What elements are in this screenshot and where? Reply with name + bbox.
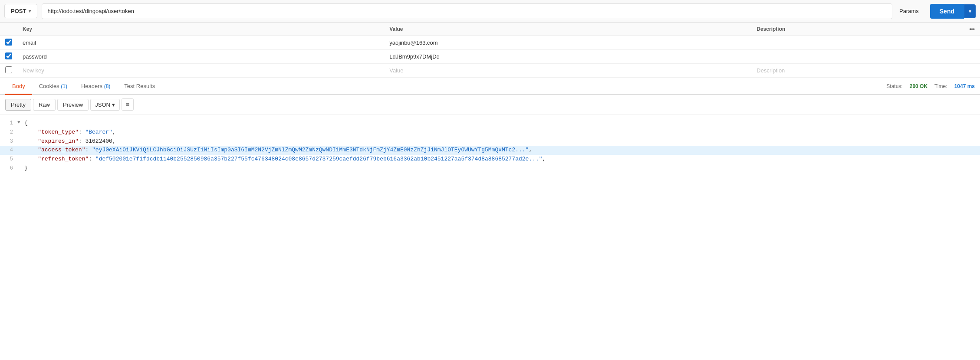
tab-headers[interactable]: Headers (8) — [74, 79, 117, 95]
time-label: Time: — [934, 83, 947, 89]
col-add: ••• — [964, 23, 980, 36]
row1-description — [751, 36, 964, 50]
new-row-checkbox[interactable] — [5, 66, 12, 73]
line-toggle-3 — [17, 137, 24, 145]
new-key-placeholder: New key — [23, 67, 44, 74]
line-content-1: { — [24, 119, 980, 128]
status-value: 200 OK — [910, 83, 927, 89]
new-value-placeholder: Value — [389, 67, 403, 74]
line-content-2: "token_type": "Bearer", — [24, 128, 980, 137]
send-group: Send ▾ — [930, 4, 976, 19]
send-dropdown-button[interactable]: ▾ — [964, 4, 976, 18]
line-content-4: "access_token": "eyJ0eXAiOiJKV1QiLCJhbGc… — [24, 146, 980, 155]
row2-value: LdJBm9p9x7DMjDc — [384, 50, 751, 64]
new-row-key-cell: New key — [17, 64, 384, 78]
row1-extra — [964, 36, 980, 50]
top-bar: POST ▾ Params Send ▾ — [0, 0, 980, 23]
code-area: 1 ▼ { 2 "token_type": "Bearer", 3 "expir… — [0, 115, 980, 177]
line-num-3: 3 — [0, 137, 17, 146]
row1-value: yaojinbu@163.com — [384, 36, 751, 50]
line-toggle-2 — [17, 128, 24, 136]
tab-body[interactable]: Body — [5, 79, 32, 95]
format-type-dropdown[interactable]: JSON ▾ — [90, 99, 120, 111]
code-line-2: 2 "token_type": "Bearer", — [0, 128, 980, 137]
wrap-icon[interactable]: ≡ — [122, 98, 134, 111]
format-raw-button[interactable]: Raw — [33, 99, 56, 111]
row1-checkbox-cell — [0, 36, 17, 50]
line-num-6: 6 — [0, 164, 17, 173]
response-tabs: Body Cookies (1) Headers (8) Test Result… — [0, 79, 980, 95]
line-toggle-6 — [17, 164, 24, 172]
format-pretty-button[interactable]: Pretty — [5, 99, 31, 111]
line-toggle-4 — [17, 146, 24, 154]
row2-extra — [964, 50, 980, 64]
col-key: Key — [17, 23, 384, 36]
method-chevron-icon: ▾ — [29, 9, 31, 13]
format-bar: Pretty Raw Preview JSON ▾ ≡ — [0, 95, 980, 115]
row1-checkbox[interactable] — [5, 39, 12, 46]
new-row-extra — [964, 64, 980, 78]
line-toggle-5 — [17, 155, 24, 163]
tab-test-results[interactable]: Test Results — [117, 79, 162, 95]
method-label: POST — [11, 8, 26, 14]
format-type-label: JSON — [95, 101, 110, 108]
status-label: Status: — [886, 83, 902, 89]
code-line-6: 6 } — [0, 164, 980, 173]
code-line-5: 5 "refresh_token": "def502001e7f1fdcdb11… — [0, 155, 980, 164]
line-content-3: "expires_in": 31622400, — [24, 137, 980, 146]
cookies-badge: (1) — [61, 83, 67, 89]
new-row-value-cell: Value — [384, 64, 751, 78]
row2-checkbox-cell — [0, 50, 17, 64]
method-button[interactable]: POST ▾ — [4, 4, 37, 18]
row2-description — [751, 50, 964, 64]
time-value: 1047 ms — [954, 83, 975, 89]
new-desc-placeholder: Description — [756, 67, 785, 74]
code-line-4: 4 "access_token": "eyJ0eXAiOiJKV1QiLCJhb… — [0, 146, 980, 155]
line-content-5: "refresh_token": "def502001e7f1fdcdb1140… — [24, 155, 980, 164]
col-value: Value — [384, 23, 751, 36]
send-button[interactable]: Send — [930, 4, 964, 19]
line-num-5: 5 — [0, 155, 17, 164]
code-line-1: 1 ▼ { — [0, 119, 980, 128]
status-info: Status: 200 OK Time: 1047 ms — [886, 83, 975, 89]
line-content-6: } — [24, 164, 980, 173]
format-preview-button[interactable]: Preview — [57, 99, 89, 111]
row2-key: password — [17, 50, 384, 64]
col-description: Description — [751, 23, 964, 36]
table-row: email yaojinbu@163.com — [0, 36, 980, 50]
col-checkbox — [0, 23, 17, 36]
table-row: password LdJBm9p9x7DMjDc — [0, 50, 980, 64]
tab-cookies[interactable]: Cookies (1) — [32, 79, 74, 95]
code-line-3: 3 "expires_in": 31622400, — [0, 137, 980, 146]
url-input[interactable] — [42, 3, 892, 19]
format-type-chevron: ▾ — [112, 101, 115, 108]
line-num-1: 1 — [0, 119, 17, 128]
row1-key: email — [17, 36, 384, 50]
headers-badge: (8) — [104, 83, 111, 89]
line-toggle-1[interactable]: ▼ — [17, 119, 24, 127]
params-table: Key Value Description ••• email yaojinbu… — [0, 23, 980, 78]
line-num-2: 2 — [0, 128, 17, 137]
new-row-checkbox-cell — [0, 64, 17, 78]
line-num-4: 4 — [0, 146, 17, 154]
row2-checkbox[interactable] — [5, 52, 12, 59]
params-button[interactable]: Params — [892, 4, 926, 18]
new-row: New key Value Description — [0, 64, 980, 78]
new-row-desc-cell: Description — [751, 64, 964, 78]
